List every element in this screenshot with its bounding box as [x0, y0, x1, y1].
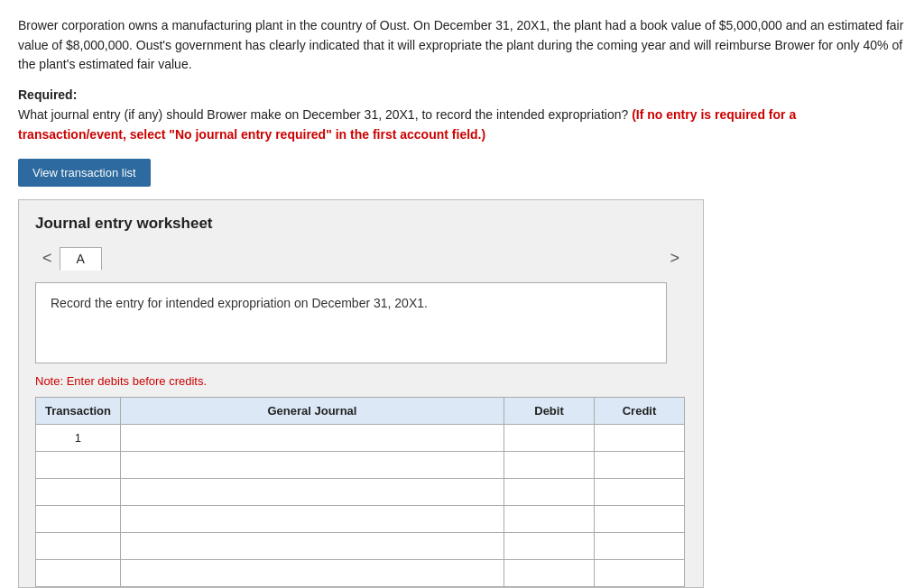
note-text: Note: Enter debits before credits.	[35, 374, 687, 388]
credit-input[interactable]	[595, 425, 684, 451]
table-row	[36, 533, 685, 560]
worksheet-container: Journal entry worksheet < A > Record the…	[18, 199, 704, 588]
tab-right-arrow[interactable]: >	[662, 245, 687, 271]
debit-input[interactable]	[504, 560, 594, 586]
required-section: Required: What journal entry (if any) sh…	[18, 87, 906, 144]
cell-debit[interactable]	[504, 452, 595, 479]
cell-general-journal[interactable]	[120, 533, 504, 560]
general-journal-input[interactable]	[121, 560, 504, 586]
cell-transaction	[36, 479, 121, 506]
cell-credit[interactable]	[595, 452, 685, 479]
tab-a[interactable]: A	[60, 247, 102, 271]
cell-general-journal[interactable]	[120, 452, 504, 479]
tab-left-arrow[interactable]: <	[35, 245, 60, 271]
cell-debit[interactable]	[504, 533, 595, 560]
cell-transaction	[36, 533, 121, 560]
cell-general-journal[interactable]	[120, 506, 504, 533]
col-header-general-journal: General Journal	[120, 398, 504, 425]
description-text: Record the entry for intended expropriat…	[51, 296, 428, 310]
debit-input[interactable]	[504, 479, 594, 505]
credit-input[interactable]	[595, 533, 684, 559]
cell-credit[interactable]	[595, 479, 685, 506]
debit-input[interactable]	[504, 452, 594, 478]
cell-debit[interactable]	[504, 506, 595, 533]
cell-general-journal[interactable]	[120, 479, 504, 506]
cell-credit[interactable]	[595, 533, 685, 560]
cell-credit[interactable]	[595, 506, 685, 533]
required-body: What journal entry (if any) should Browe…	[18, 106, 906, 144]
cell-debit[interactable]	[504, 425, 595, 452]
col-header-transaction: Transaction	[36, 398, 121, 425]
cell-transaction: 1	[36, 425, 121, 452]
cell-credit[interactable]	[595, 560, 685, 587]
table-row: 1	[36, 425, 685, 452]
general-journal-input[interactable]	[121, 533, 504, 559]
cell-transaction	[36, 506, 121, 533]
cell-debit[interactable]	[504, 560, 595, 587]
col-header-debit: Debit	[504, 398, 595, 425]
col-header-credit: Credit	[595, 398, 685, 425]
cell-transaction	[36, 452, 121, 479]
cell-credit[interactable]	[595, 425, 685, 452]
view-transaction-button[interactable]: View transaction list	[18, 159, 151, 187]
journal-table: Transaction General Journal Debit Credit…	[35, 397, 685, 587]
table-row	[36, 560, 685, 587]
worksheet-title: Journal entry worksheet	[35, 215, 687, 233]
table-row	[36, 479, 685, 506]
credit-input[interactable]	[595, 479, 684, 505]
credit-input[interactable]	[595, 506, 684, 532]
cell-general-journal[interactable]	[120, 425, 504, 452]
credit-input[interactable]	[595, 560, 684, 586]
table-row	[36, 452, 685, 479]
credit-input[interactable]	[595, 452, 684, 478]
debit-input[interactable]	[504, 533, 594, 559]
debit-input[interactable]	[504, 506, 594, 532]
debit-input[interactable]	[504, 425, 594, 451]
required-label: Required:	[18, 87, 906, 102]
general-journal-input[interactable]	[121, 452, 504, 478]
required-body-plain: What journal entry (if any) should Browe…	[18, 107, 628, 122]
general-journal-input[interactable]	[121, 506, 504, 532]
cell-general-journal[interactable]	[120, 560, 504, 587]
tab-navigation-area: < A >	[35, 245, 687, 271]
cell-transaction	[36, 560, 121, 587]
intro-paragraph: Brower corporation owns a manufacturing …	[18, 16, 906, 75]
general-journal-input[interactable]	[121, 479, 504, 505]
table-row	[36, 506, 685, 533]
description-box: Record the entry for intended expropriat…	[35, 282, 667, 363]
general-journal-input[interactable]	[121, 425, 504, 451]
cell-debit[interactable]	[504, 479, 595, 506]
